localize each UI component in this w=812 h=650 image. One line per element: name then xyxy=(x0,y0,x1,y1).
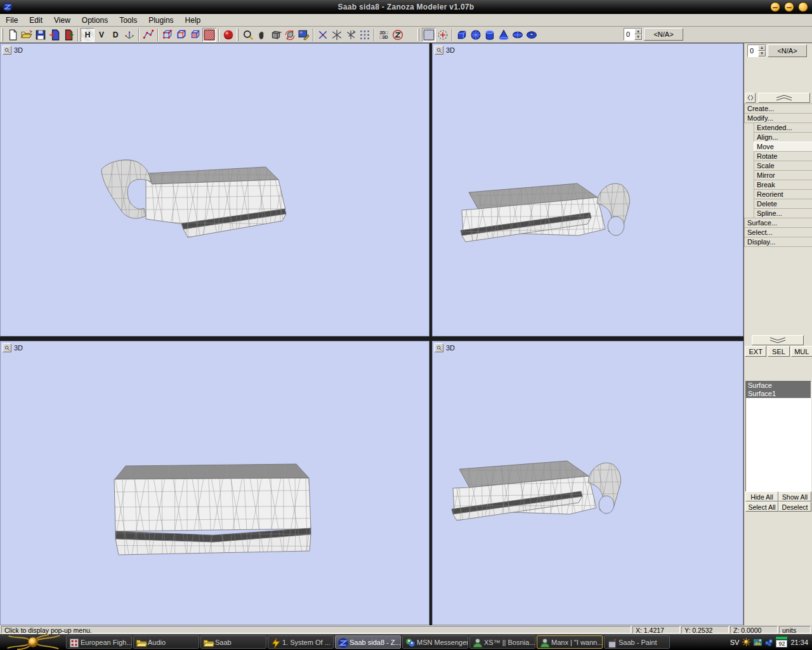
close-button[interactable] xyxy=(798,2,808,12)
viewport-maximize-button[interactable] xyxy=(3,46,11,55)
command-spline[interactable]: Spline... xyxy=(754,208,812,218)
language-indicator[interactable]: SV xyxy=(730,639,740,646)
command-scale[interactable]: Scale xyxy=(754,161,812,171)
create-box-button[interactable] xyxy=(455,28,469,42)
local-axes-mode-button[interactable] xyxy=(436,28,450,42)
toggle-2d3d-button[interactable]: 2D□□3D xyxy=(377,28,391,42)
material-spinner[interactable]: 0 ▲▼ xyxy=(624,28,643,41)
surface-list-item[interactable]: Surface1 xyxy=(746,390,811,398)
command-move[interactable]: Move xyxy=(754,142,812,152)
open-file-button[interactable] xyxy=(20,28,34,42)
create-cylinder-button[interactable] xyxy=(483,28,497,42)
task-button[interactable]: 1. System Of ... xyxy=(268,635,334,649)
command-reorient[interactable]: Reorient xyxy=(754,189,812,199)
panel-spinner[interactable]: 0 ▲▼ xyxy=(747,44,766,57)
command-select[interactable]: Select... xyxy=(744,227,812,237)
surface-list[interactable]: SurfaceSurface1 xyxy=(745,381,811,493)
panel-collapse-button[interactable] xyxy=(745,93,756,103)
minimize-button[interactable] xyxy=(770,2,780,12)
create-disk-button[interactable] xyxy=(511,28,525,42)
menu-item-help[interactable]: Help xyxy=(180,15,207,26)
task-button[interactable]: Saab sida8 - Z... xyxy=(335,635,401,649)
viewport-bottom-left[interactable]: 3D xyxy=(0,341,429,625)
pan-tool-button[interactable] xyxy=(255,28,269,42)
task-button[interactable]: Manx | "I wann... xyxy=(537,635,603,649)
create-torus-button[interactable] xyxy=(525,28,539,42)
material-selector[interactable]: <N/A> xyxy=(644,28,683,41)
edit-polyline-button[interactable] xyxy=(141,28,155,42)
show-all-button[interactable]: Show All xyxy=(778,491,811,501)
new-file-button[interactable] xyxy=(6,28,20,42)
hidden-mode-button[interactable]: H xyxy=(81,28,95,42)
material-sphere-button[interactable] xyxy=(221,28,235,42)
command-modify[interactable]: Modify... xyxy=(744,113,812,123)
menu-item-tools[interactable]: Tools xyxy=(114,15,143,26)
viewport-bottom-right[interactable]: 3D xyxy=(432,341,743,625)
mode-button-mul[interactable]: MUL xyxy=(791,346,812,357)
viewport-maximize-button[interactable] xyxy=(435,343,443,352)
hide-all-button[interactable]: Hide All xyxy=(745,491,778,501)
command-align[interactable]: Align... xyxy=(754,132,812,142)
task-button[interactable]: XS™ || Bosnia... xyxy=(469,635,535,649)
viewport-top-left[interactable]: 3D xyxy=(0,43,429,336)
chevron-down-icon xyxy=(769,337,787,343)
volume-indicator[interactable]: 92 xyxy=(776,637,787,647)
snap-grid-tool-button[interactable] xyxy=(358,28,372,42)
start-button-sun-icon[interactable] xyxy=(0,634,66,650)
task-button[interactable]: Saab - Paint xyxy=(604,635,670,649)
scroll-down-button[interactable] xyxy=(752,335,804,345)
unweld-tool-button[interactable] xyxy=(344,28,358,42)
menu-item-edit[interactable]: Edit xyxy=(23,15,48,26)
surface-list-item[interactable]: Surface xyxy=(746,381,811,390)
scroll-up-button[interactable] xyxy=(758,93,810,103)
import-file-button[interactable] xyxy=(48,28,62,42)
command-display[interactable]: Display... xyxy=(744,237,812,247)
visible-mode-button[interactable]: V xyxy=(95,28,108,42)
objects-tool-button[interactable] xyxy=(269,28,283,42)
axes-mode-button[interactable] xyxy=(122,28,136,42)
command-create[interactable]: Create... xyxy=(744,103,812,114)
faces-level-button[interactable] xyxy=(188,28,202,42)
create-cone-button[interactable] xyxy=(497,28,511,42)
viewport-maximize-button[interactable] xyxy=(3,343,11,352)
surface-level-button[interactable] xyxy=(202,28,216,42)
menu-item-plugins[interactable]: Plugins xyxy=(143,15,179,26)
mountain-tray-icon[interactable] xyxy=(753,637,763,647)
menu-item-options[interactable]: Options xyxy=(76,15,114,26)
save-file-button[interactable] xyxy=(34,28,48,42)
zoom-tool-button[interactable] xyxy=(241,28,255,42)
tray-sun-icon[interactable] xyxy=(742,637,751,647)
maximize-button[interactable] xyxy=(784,2,794,12)
command-extended[interactable]: Extended... xyxy=(754,123,812,133)
rotate-view-tool-button[interactable] xyxy=(283,28,297,42)
command-surface[interactable]: Surface... xyxy=(744,218,812,228)
viewport-top-right[interactable]: 3D xyxy=(432,43,743,336)
menu-item-file[interactable]: File xyxy=(0,15,23,26)
mode-button-sel[interactable]: SEL xyxy=(768,346,789,357)
command-mirror[interactable]: Mirror xyxy=(754,170,812,180)
command-rotate[interactable]: Rotate xyxy=(754,151,812,161)
viewport-maximize-button[interactable] xyxy=(435,46,443,55)
command-break[interactable]: Break xyxy=(754,180,812,190)
weld-tool-button[interactable] xyxy=(330,28,344,42)
msn-blocks-tray-icon[interactable] xyxy=(764,637,774,647)
edges-level-button[interactable] xyxy=(174,28,188,42)
create-sphere-button[interactable] xyxy=(469,28,483,42)
mode-button-ext[interactable]: EXT xyxy=(745,346,766,357)
task-button[interactable]: Audio xyxy=(133,635,199,649)
drawable-mode-button[interactable]: D xyxy=(108,28,122,42)
export-file-button[interactable] xyxy=(62,28,75,42)
deselect-button[interactable]: Deselect xyxy=(778,501,811,512)
cut-tool-button[interactable] xyxy=(316,28,330,42)
panel-selector[interactable]: <N/A> xyxy=(768,44,807,57)
menu-item-view[interactable]: View xyxy=(48,15,76,26)
vertices-level-button[interactable] xyxy=(160,28,174,42)
task-button[interactable]: Saab xyxy=(200,635,266,649)
background-mode-button[interactable] xyxy=(422,28,436,42)
command-delete[interactable]: Delete xyxy=(754,199,812,209)
task-button[interactable]: MSN Messenger xyxy=(402,635,468,649)
task-button[interactable]: European Figh... xyxy=(66,635,132,649)
render-tool-button[interactable] xyxy=(297,28,311,42)
select-all-button[interactable]: Select All xyxy=(745,501,778,512)
zmodeler-menu-button[interactable] xyxy=(391,28,405,42)
